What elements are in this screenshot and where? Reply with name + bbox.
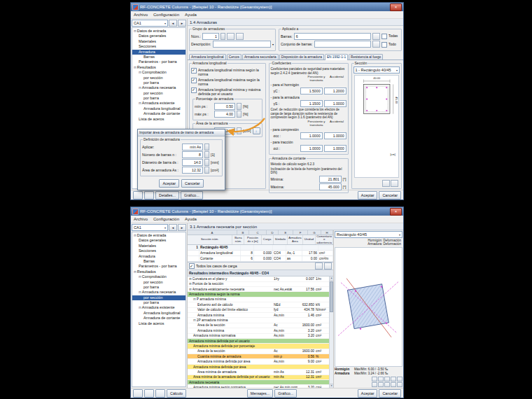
calculation-button[interactable]: Cálculo xyxy=(167,389,186,398)
previous-case-button[interactable]: ◄ xyxy=(169,224,177,231)
messages-button[interactable]: Mensajes... xyxy=(247,389,274,398)
table-sort-button[interactable] xyxy=(324,262,332,270)
result-row[interactable]: Armadura mínima As,mín 3.20 cm² xyxy=(188,328,329,333)
tree-item[interactable]: Materiales xyxy=(132,244,186,248)
result-row[interactable]: Armadura mínima según la norma xyxy=(188,292,329,297)
percentage-field[interactable]: 4.00 xyxy=(214,111,235,118)
reinforcement-option-checkbox[interactable] xyxy=(191,68,197,74)
view-button[interactable] xyxy=(378,382,384,387)
pick-bars-button[interactable] xyxy=(372,33,380,40)
result-row[interactable]: Cuantía mínima de armadura mín ρ 0.56 % xyxy=(188,354,329,359)
group-number-spinner[interactable] xyxy=(220,33,225,40)
tree-item[interactable]: por sección xyxy=(132,295,186,300)
dialog-spinner[interactable] xyxy=(204,144,209,150)
table-row[interactable]: 1 Rectángulo 40/45 xyxy=(188,245,333,251)
min-area-spinner[interactable] xyxy=(237,127,241,134)
tree-item[interactable]: Lista de aceros xyxy=(132,117,186,122)
result-row[interactable]: Armadura mínima definida por área As,mín… xyxy=(188,359,329,364)
view-button[interactable] xyxy=(372,377,377,382)
tab[interactable]: Cercos xyxy=(227,54,241,59)
tree-item[interactable]: Parámetros - por barra xyxy=(132,264,186,269)
coefficient-field[interactable]: 1.0000 xyxy=(324,132,346,139)
coefficient-field[interactable]: 1.0000 xyxy=(324,100,346,107)
tree-item[interactable]: Parámetros - por barra xyxy=(132,59,186,64)
tab[interactable]: Resistencia al fuego xyxy=(349,54,383,59)
column-header[interactable]: Carga xyxy=(262,235,274,244)
cancel-button[interactable]: Cancelar xyxy=(379,389,401,398)
result-row[interactable]: Armadura mínima As,mín 1.46 cm² xyxy=(188,313,329,318)
column-header[interactable]: Unidad xyxy=(303,235,316,244)
result-row[interactable]: 2P armadura mínima xyxy=(188,318,329,323)
view-button[interactable] xyxy=(384,382,390,387)
menu-item[interactable]: Archivo xyxy=(134,217,148,221)
delete-group-button[interactable] xyxy=(236,33,244,40)
result-row[interactable]: Puntos de la sección xyxy=(188,282,329,287)
result-row[interactable]: Valor de cálculo del límite elástico fyd… xyxy=(188,308,329,313)
result-row[interactable]: Armadura mínima definida por el usuario xyxy=(188,339,329,344)
column-header[interactable]: Posición de x [m] xyxy=(244,235,261,244)
tree-item[interactable]: Armadura xyxy=(132,50,186,55)
menu-item[interactable]: Configuración xyxy=(153,13,179,17)
tree-item[interactable]: Secciones xyxy=(132,44,186,49)
coefficient-field[interactable]: 1.5000 xyxy=(300,88,323,94)
result-row[interactable]: Área mínima de la armadura definida por … xyxy=(188,375,329,380)
units-button[interactable] xyxy=(144,389,154,398)
dialog-field[interactable]: 8 xyxy=(182,151,203,158)
tab[interactable]: Armadura secundaria xyxy=(242,54,279,59)
print-button[interactable] xyxy=(155,389,165,398)
tree-item[interactable]: Armadura necesaria xyxy=(132,290,186,295)
tree-item[interactable]: por barra xyxy=(132,96,186,101)
scroll-down-icon[interactable]: ▼ xyxy=(330,384,333,388)
cancel-button[interactable]: Cancelar xyxy=(379,191,401,200)
result-row[interactable]: P armadura mínima xyxy=(188,298,329,302)
column-header[interactable]: Símbolo xyxy=(274,235,288,244)
tree-item[interactable]: Armadura xyxy=(132,254,186,259)
dialog-cancel-button[interactable]: Cancelar xyxy=(181,179,204,188)
result-row[interactable]: Área de la sección Ac 1600.00 cm² xyxy=(188,349,329,354)
tab[interactable]: EN 1992-1-1 xyxy=(325,54,348,60)
results-scrollbar[interactable]: ▲ ▼ xyxy=(329,276,333,388)
dialog-field[interactable]: 12.32 xyxy=(182,167,203,174)
result-row[interactable]: Armadura mínima definida por área xyxy=(188,365,329,370)
settings-button[interactable] xyxy=(133,389,143,398)
result-row[interactable]: Curvatura en el plano y 1/ry 0.007 1/m xyxy=(188,276,329,281)
import-area-button[interactable]: ↓ xyxy=(253,127,260,134)
dialog-field[interactable]: mín As xyxy=(182,144,203,150)
menu-item[interactable]: Ayuda xyxy=(185,217,197,221)
coefficient-field[interactable]: 1.0000 xyxy=(300,132,323,139)
group-description-field[interactable] xyxy=(213,41,271,48)
section-combo[interactable]: 1 - Rectángulo 40/45 ▾ xyxy=(354,66,400,74)
close-icon[interactable]: × xyxy=(390,208,402,216)
result-row[interactable]: Armadura mínima definida por porcentaje xyxy=(188,344,329,349)
view-button[interactable] xyxy=(397,382,402,387)
tree-item[interactable]: Armadura necesaria xyxy=(132,85,186,90)
all-load-cases-checkbox[interactable] xyxy=(189,263,195,269)
result-row[interactable]: Área de la sección Ac 1600.00 cm² xyxy=(188,323,329,328)
tree-item[interactable]: Resultados xyxy=(132,270,186,274)
next-case-button[interactable]: ► xyxy=(178,224,186,231)
set-of-bars-field[interactable] xyxy=(314,41,371,48)
result-row[interactable]: Armadura mínima normativa As,mín 3.20 cm… xyxy=(188,334,329,339)
tree-item[interactable]: Barras xyxy=(132,55,186,59)
tree-item[interactable]: Armadura existente xyxy=(132,101,186,106)
details-button[interactable]: Detalles... xyxy=(155,191,179,200)
tree-item[interactable]: Armadura longitudinal xyxy=(132,106,186,111)
dialog-spinner[interactable] xyxy=(204,151,209,158)
view-button[interactable] xyxy=(397,377,402,382)
view-button[interactable] xyxy=(391,377,396,382)
column-header[interactable]: Comentario o advertencia xyxy=(316,235,333,244)
tree-item[interactable]: Datos de entrada xyxy=(132,29,186,34)
coefficient-field[interactable]: 1.0000 xyxy=(324,145,346,152)
tree-item[interactable]: Secciones xyxy=(132,248,186,253)
tree-item[interactable]: Datos de entrada xyxy=(132,233,186,238)
tree-item[interactable]: Datos generales xyxy=(132,238,186,243)
column-header[interactable]: Armadura Área xyxy=(288,235,302,244)
section-combo[interactable]: Rectángulo 40/45 ▾ xyxy=(335,231,402,238)
all-bars-checkbox[interactable] xyxy=(382,34,387,39)
tree-item[interactable]: Comprobación xyxy=(132,274,186,279)
coefficient-field[interactable]: 1.1500 xyxy=(300,100,323,107)
menu-item[interactable]: Configuración xyxy=(153,217,179,221)
view-button[interactable] xyxy=(372,382,377,387)
tree-item[interactable]: por sección xyxy=(132,91,186,96)
next-case-button[interactable]: ► xyxy=(178,20,186,27)
